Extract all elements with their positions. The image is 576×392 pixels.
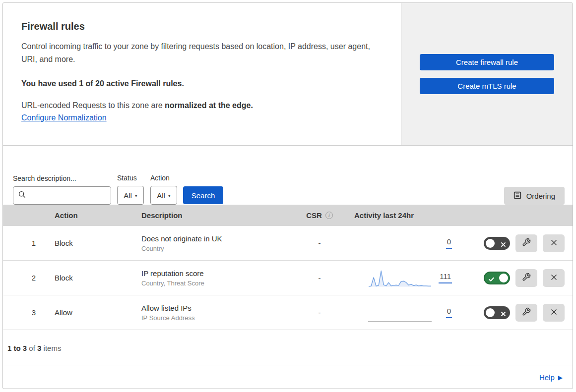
rule-description-cell: Allow listed IPs IP Source Address (121, 304, 285, 322)
x-icon (550, 308, 558, 317)
table-row: 2 Block IP reputation score Country, Thr… (3, 261, 573, 295)
header-text-block: Firewall rules Control incoming traffic … (3, 3, 401, 145)
items-text: items (41, 344, 61, 352)
activity-column-header: Activity last 24hr (354, 211, 456, 220)
toggle-knob (486, 308, 495, 317)
create-mtls-rule-button[interactable]: Create mTLS rule (420, 78, 554, 94)
rule-enabled-toggle[interactable] (484, 306, 510, 319)
ordering-button[interactable]: Ordering (504, 187, 565, 205)
delete-rule-button[interactable] (543, 304, 565, 322)
status-label: Status (117, 174, 144, 182)
page-title: Firewall rules (21, 21, 381, 32)
action-dropdown[interactable]: All ▾ (150, 186, 177, 205)
search-icon (18, 191, 26, 200)
description-column-header: Description (121, 211, 285, 220)
delete-rule-button[interactable] (543, 234, 565, 252)
search-box[interactable] (13, 186, 111, 205)
rule-action: Allow (36, 308, 121, 317)
usage-summary: You have used 1 of 20 active Firewall ru… (21, 79, 381, 88)
normalization-prefix: URL-encoded Requests to this zone are (21, 101, 165, 110)
table-header-row: Action Description CSR i Activity last 2… (3, 205, 573, 226)
rule-fields: Country, Threat Score (141, 280, 285, 287)
rule-activity-cell: 0 (354, 226, 456, 260)
rule-fields: Country (141, 245, 285, 252)
rule-priority: 2 (3, 274, 36, 282)
rule-action: Block (36, 274, 121, 282)
rule-controls (456, 304, 573, 322)
help-link-label: Help (539, 373, 555, 382)
activity-flatline (368, 303, 432, 322)
actions-panel: Create firewall rule Create mTLS rule (401, 3, 573, 145)
x-icon (550, 239, 558, 248)
wrench-icon (522, 307, 531, 318)
normalization-bold: normalized at the edge. (165, 101, 253, 110)
rule-priority: 1 (3, 239, 36, 247)
edit-rule-button[interactable] (515, 234, 537, 252)
status-dropdown-value: All (124, 191, 132, 200)
activity-count-link[interactable]: 0 (446, 307, 452, 318)
status-dropdown[interactable]: All ▾ (117, 186, 144, 205)
rule-csr: - (285, 308, 354, 317)
of-text: of (27, 344, 37, 352)
toggle-knob (499, 274, 508, 282)
caret-down-icon: ▾ (168, 193, 171, 198)
help-bar: Help ▶ (3, 366, 573, 389)
caret-down-icon: ▾ (135, 193, 137, 198)
rule-controls (456, 269, 573, 287)
toggle-x-icon (501, 310, 506, 318)
toggle-x-icon (501, 240, 506, 249)
rule-description: Allow listed IPs (141, 304, 285, 312)
help-link[interactable]: Help ▶ (539, 373, 563, 382)
rule-activity-cell: 0 (354, 295, 456, 330)
toggle-check-icon (488, 276, 495, 284)
create-firewall-rule-button[interactable]: Create firewall rule (420, 54, 554, 70)
activity-count-link[interactable]: 0 (446, 237, 452, 249)
csr-header-label: CSR (306, 211, 322, 220)
ordering-button-label: Ordering (526, 192, 555, 200)
configure-normalization-link[interactable]: Configure Normalization (21, 113, 107, 122)
items-total: 3 (37, 344, 41, 352)
search-button[interactable]: Search (183, 186, 223, 204)
csr-column-header: CSR i (285, 211, 354, 220)
activity-flatline (368, 234, 432, 253)
rule-fields: IP Source Address (141, 314, 285, 322)
edit-rule-button[interactable] (515, 269, 537, 287)
search-label: Search description... (13, 174, 111, 182)
info-circle-icon[interactable]: i (325, 212, 333, 219)
rule-enabled-toggle[interactable] (484, 237, 510, 250)
action-filter-group: Action All ▾ (150, 174, 177, 205)
action-column-header: Action (36, 211, 121, 220)
activity-sparkline (368, 269, 432, 287)
items-range: 1 to 3 (7, 344, 27, 352)
rule-csr: - (285, 274, 354, 282)
action-dropdown-value: All (157, 191, 165, 200)
wrench-icon (522, 273, 531, 283)
header-section: Firewall rules Control incoming traffic … (3, 3, 573, 146)
rule-priority: 3 (3, 308, 36, 317)
delete-rule-button[interactable] (543, 269, 565, 287)
x-icon (550, 274, 558, 282)
activity-count-link[interactable]: 111 (439, 272, 452, 283)
right-arrow-icon: ▶ (558, 375, 563, 381)
rule-description: IP reputation score (141, 269, 285, 278)
status-filter-group: Status All ▾ (117, 174, 144, 205)
edit-rule-button[interactable] (515, 304, 537, 322)
rule-description-cell: Does not originate in UK Country (121, 234, 285, 252)
table-row: 3 Allow Allow listed IPs IP Source Addre… (3, 295, 573, 330)
wrench-icon (522, 238, 531, 248)
list-document-icon (513, 191, 521, 201)
filter-bar: Search description... Status All ▾ Actio… (3, 146, 573, 205)
rule-description: Does not originate in UK (141, 234, 285, 243)
page-description: Control incoming traffic to your zone by… (21, 40, 381, 66)
rule-action: Block (36, 239, 121, 247)
normalization-note: URL-encoded Requests to this zone are no… (21, 101, 381, 110)
rule-description-cell: IP reputation score Country, Threat Scor… (121, 269, 285, 287)
rule-enabled-toggle[interactable] (484, 272, 510, 284)
search-group: Search description... (13, 174, 111, 205)
toggle-knob (486, 239, 495, 248)
rule-controls (456, 234, 573, 252)
rule-activity-cell: 111 (354, 261, 456, 295)
rule-csr: - (285, 239, 354, 247)
search-input[interactable] (30, 191, 106, 200)
table-row: 1 Block Does not originate in UK Country… (3, 226, 573, 261)
